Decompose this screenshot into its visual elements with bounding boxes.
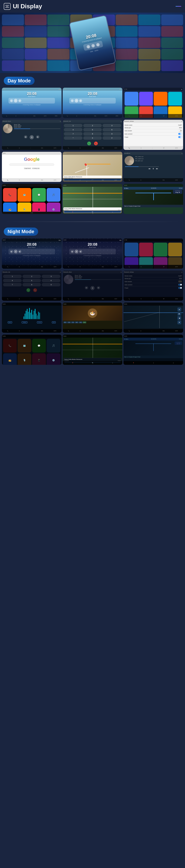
social-music-screen: SocialMusic ✕ 华乐_35RE.mp3 华乐_3音乐.mp3 华乐_… (124, 152, 183, 182)
day-mode-label: Day Mode (0, 73, 185, 88)
night-album-art (64, 275, 73, 284)
night-music-screen: Bluetooth_Music ✕ Music Title Music Albu… (63, 271, 122, 301)
day-home-screen-2: 20:08 ◀ ▶ 20:08 Music Artist ⏮ ⏸ ⏭ A stu… (63, 88, 122, 118)
food-media-screen: 19:00 🍜 BBC CNN FOX NBC PBS LIVE 📞⚙♪DIAL… (63, 303, 122, 333)
night-nav-screen: 18:43 ▲ ▶ ◀ ▼ 📞⚙♪DIALAUTO (124, 303, 183, 333)
night-row-4: 11:59 📞 🗺️ 💬 🎵 📻 🎙️ 📱 ⚙️ 18:33 (0, 335, 185, 367)
night-row-3: 11:54 (0, 303, 185, 335)
night-settings-screen: Bluetooth_Settings ✕ Device name CarBT D… (124, 271, 183, 301)
google-logo: Google (24, 157, 39, 162)
day-row-4: 11:59 📞 🗺️ 💬 🎵 📻 🎙️ 📱 ⚙️ 10:1810:18 ETA (0, 184, 185, 216)
day-row-1: 18:54 ◀ ▶ 20:08 Music Album ⏮ ⏸ ⏭ A stun… (0, 88, 185, 120)
album-art (3, 124, 12, 133)
night-waze-screen: 18:33 Sunny Coffee Modern Restaurant 10:… (63, 335, 122, 365)
hero-section: 20:08 A stunning choice of wallpaper ⏮ ⏸… (0, 12, 185, 73)
day-row-3: 11:54 Google Google Search I'm Feeling L… (0, 152, 185, 184)
night-home-1: 18:54 ◀ ▶ 20:08 Music Album ⏮ ⏸ ⏭ A stun… (2, 239, 61, 269)
screen-nav-2: 📞 ⚙ ♪ DIAL AUTO APRS (63, 114, 122, 118)
bluetooth-settings-screen: Bluetooth_Settings ✕ Device name CarBT D… (124, 120, 183, 150)
night-row-2: Bluetooth_Call ✕ 1 2 3 4 5 6 7 8 9 📞 📞 (0, 271, 185, 303)
header: UI Display (0, 0, 185, 12)
night-eq-screen: 11:54 (2, 303, 61, 333)
day-row-2: Bluetooth_Music ✕ Music Title Music Albu… (0, 120, 185, 152)
night-carplay-screen: 11:59 📞 🗺️ 💬 🎵 📻 🎙️ 📱 ⚙️ (2, 335, 61, 365)
night-row-1: 18:54 ◀ ▶ 20:08 Music Album ⏮ ⏸ ⏭ A stun… (0, 239, 185, 271)
day-mode-section: Day Mode 18:54 ◀ ▶ 20:08 Music Album ⏮ ⏸… (0, 73, 185, 220)
bluetooth-call-screen: Bluetooth_Call ✕ 1 2 3 4 5 6 7 8 9 * 0 # (63, 120, 122, 150)
night-call-screen: Bluetooth_Call ✕ 1 2 3 4 5 6 7 8 9 📞 📞 (2, 271, 61, 301)
header-left: UI Display (4, 3, 42, 10)
night-app-grid: 17:46 📞⚙♪BTAUTO (124, 239, 183, 269)
screen-nav-1: 📞 ⚙ ♪ DIAL AUTO APRS (2, 114, 61, 118)
night-turn-nav-screen: 18:43 ⬆ 500m 10:18 ETA 9.0 km Not Playin… (124, 335, 183, 365)
google-search-bar[interactable] (9, 163, 54, 166)
hero-player: ⏮ ⏸ ⏭ (83, 40, 103, 51)
section-divider (4, 221, 181, 222)
bluetooth-music-screen: Bluetooth_Music ✕ Music Title Music Albu… (2, 120, 61, 150)
menu-button[interactable] (4, 3, 10, 10)
night-mode-label: Night Mode (0, 224, 185, 239)
day-app-grid-screen: 17:46 ▶ 📞 (124, 88, 183, 118)
navigation-screen: 19:33 Sunny Coffee Modern Restaurant Mod… (63, 152, 122, 182)
page-title: UI Display (13, 3, 42, 10)
carplay-home-screen: 11:59 📞 🗺️ 💬 🎵 📻 🎙️ 📱 ⚙️ 10:1810:18 ETA (2, 184, 61, 214)
waze-maps-screen: 18:33 Sunny Coffee Modern Restaurant 10:… (63, 184, 122, 214)
day-home-screen-1: 18:54 ◀ ▶ 20:08 Music Album ⏮ ⏸ ⏭ A stun… (2, 88, 61, 118)
night-home-2: 20:08 ◀ ▶ 20:08 Music Artist ⏮ ⏸ ⏭ A stu… (63, 239, 122, 269)
nav-turn-screen: 18:43 ⬆ 500m 10:18 ETA 9.0 km Start on G… (124, 184, 183, 214)
google-carplay-screen: 11:54 Google Google Search I'm Feeling L… (2, 152, 61, 182)
nav-indicator (176, 6, 181, 7)
night-mode-section: Night Mode 18:54 ◀ ▶ 20:08 Music Album ⏮… (0, 224, 185, 370)
